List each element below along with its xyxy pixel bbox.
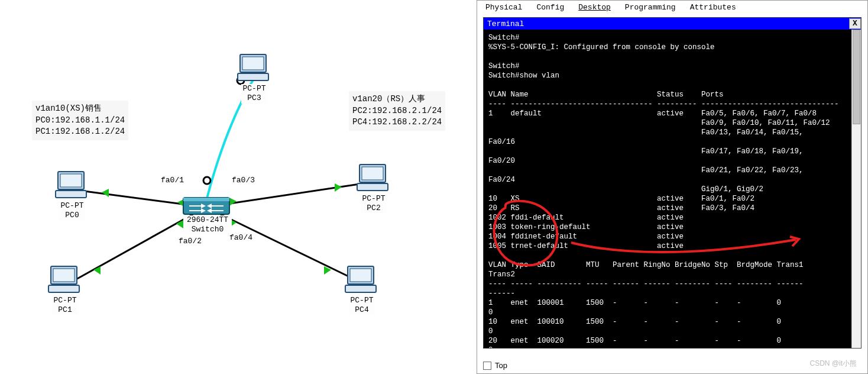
svg-rect-24	[242, 57, 264, 70]
svg-rect-30	[183, 198, 229, 201]
pc2-icon	[357, 165, 388, 191]
terminal-close-button[interactable]: X	[849, 18, 861, 29]
switch-icon	[183, 198, 229, 214]
watermark: CSDN @it小熊	[809, 359, 857, 369]
port-fa01: fa0/1	[160, 176, 185, 185]
svg-rect-25	[238, 73, 268, 80]
svg-rect-21	[362, 167, 383, 180]
scroll-thumb[interactable]	[853, 30, 860, 124]
pc0-icon	[56, 172, 86, 198]
tab-bar: Physical Config Desktop Programming Attr…	[477, 1, 867, 14]
pc1-label: PC-PT PC1	[52, 296, 78, 315]
svg-rect-22	[357, 183, 388, 191]
svg-rect-27	[350, 269, 371, 282]
terminal-title-text: Terminal	[487, 20, 524, 28]
pc4-icon	[345, 266, 376, 292]
svg-rect-19	[48, 285, 79, 292]
pc1-icon	[48, 266, 79, 292]
terminal-window: Terminal X Switch# %SYS-5-CONFIG_I: Conf…	[483, 17, 861, 349]
port-fa03: fa0/3	[231, 176, 256, 185]
pc4-label: PC-PT PC4	[349, 296, 375, 315]
top-checkbox[interactable]	[483, 362, 491, 370]
svg-rect-15	[60, 174, 82, 187]
vlan10-label: v1an10(XS)销售 PC0:192.168.1.1/24 PC1:192.…	[32, 101, 128, 140]
terminal-titlebar: Terminal X	[484, 18, 861, 30]
top-label: Top	[495, 361, 507, 370]
terminal-output[interactable]: Switch# %SYS-5-CONFIG_I: Configured from…	[484, 30, 861, 348]
svg-marker-11	[229, 198, 237, 206]
tab-config[interactable]: Config	[536, 3, 564, 12]
bottom-bar: Top	[483, 361, 861, 370]
port-fa04: fa0/4	[228, 233, 254, 242]
svg-rect-28	[345, 285, 376, 292]
tab-programming[interactable]: Programming	[625, 3, 676, 12]
pc3-icon	[238, 54, 268, 80]
pc0-label: PC-PT PC0	[59, 201, 85, 221]
vlan20-label: v1an20（RS）人事 PC2:192.168.2.1/24 PC4:192.…	[349, 91, 445, 131]
switch-label: 2960-24TT Switch0	[183, 215, 232, 235]
svg-point-4	[203, 177, 210, 184]
topology-svg	[0, 0, 477, 374]
svg-rect-18	[53, 269, 75, 282]
svg-marker-10	[335, 183, 342, 192]
topology-canvas[interactable]: v1an10(XS)销售 PC0:192.168.1.1/24 PC1:192.…	[0, 0, 477, 374]
pc2-label: PC-PT PC2	[361, 194, 387, 214]
tab-physical[interactable]: Physical	[485, 3, 522, 12]
port-fa02: fa0/2	[177, 237, 203, 246]
svg-rect-16	[56, 191, 86, 198]
svg-marker-6	[102, 189, 109, 197]
terminal-scrollbar[interactable]	[851, 30, 861, 348]
tab-desktop[interactable]: Desktop	[578, 3, 611, 12]
device-window: Physical Config Desktop Programming Attr…	[477, 0, 868, 374]
pc3-label: PC-PT PC3	[241, 84, 267, 104]
tab-attributes[interactable]: Attributes	[690, 3, 736, 12]
